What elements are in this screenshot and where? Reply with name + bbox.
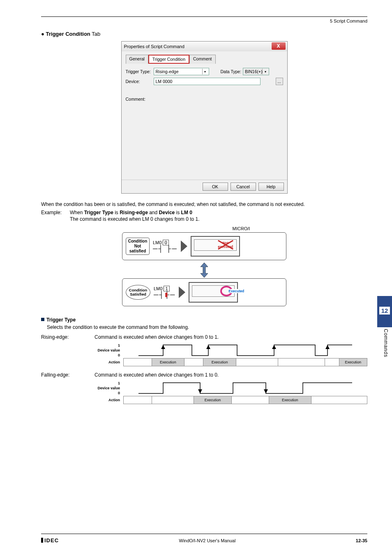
- svg-marker-4: [325, 345, 330, 349]
- state-diagram: MICRO/I Condition Not satisfied LM0:0 ─┤…: [122, 226, 286, 309]
- footer-page: 12-35: [356, 538, 367, 543]
- arrow-right-icon: [179, 287, 185, 298]
- screen-executed: Executed: [189, 282, 238, 303]
- chapter-number: 12: [379, 306, 391, 315]
- label-comment: Comment:: [126, 97, 283, 102]
- header-section: 5 Script Command: [41, 18, 367, 23]
- close-button[interactable]: X: [272, 42, 286, 50]
- ok-button[interactable]: OK: [203, 183, 228, 191]
- chapter-tab: 12: [377, 296, 392, 327]
- svg-marker-5: [198, 389, 202, 393]
- footer-brand: IDEC: [41, 537, 59, 543]
- condition-not-satisfied-box: Condition Not satisfied: [126, 238, 150, 255]
- svg-marker-6: [264, 389, 268, 393]
- tab-comment[interactable]: Comment: [189, 55, 216, 64]
- example-line2: The command is executed when LM 0 change…: [70, 216, 200, 222]
- updown-arrow-icon: [122, 263, 286, 278]
- svg-marker-2: [206, 345, 210, 349]
- falling-edge-diagram: 1 Device value 0 Action Execution Execut…: [95, 381, 367, 404]
- heading-suffix: Tab: [90, 31, 100, 37]
- svg-marker-1: [161, 345, 165, 349]
- label-device: Device:: [126, 79, 154, 84]
- condition-satisfied-circle: Condition Satisfied: [126, 285, 150, 300]
- heading-trigger-condition-tab: ● Trigger Condition Tab: [41, 31, 367, 37]
- state-not-satisfied: Condition Not satisfied LM0:0 ─┤ ├─ Not …: [122, 232, 286, 260]
- rising-edge-desc: Command is executed when device changes …: [95, 334, 219, 340]
- rising-edge-label: Rising-edge:: [41, 334, 95, 340]
- dialog-title: Properties of Script Command: [124, 44, 184, 49]
- dialog-titlebar[interactable]: Properties of Script Command X: [122, 42, 287, 51]
- svg-marker-3: [272, 345, 276, 349]
- label-trigger-type: Trigger Type:: [126, 69, 154, 74]
- heading-bullet: ●: [41, 31, 44, 37]
- explanation-p1: When the condition has been or is satisf…: [41, 201, 367, 208]
- rising-edge-diagram: 1 Device value 0 Action Execution Execut…: [95, 343, 367, 366]
- executed-badge: Executed: [220, 286, 233, 296]
- example-line1: When Trigger Type is Rising-edge and Dev…: [70, 210, 192, 215]
- heading-bold: Trigger Condition: [46, 31, 90, 37]
- help-button[interactable]: Help: [258, 183, 284, 191]
- tab-general[interactable]: General: [126, 55, 148, 64]
- trigger-type-desc: Selects the condition to execute the com…: [47, 324, 367, 330]
- chapter-text: Commands: [383, 329, 389, 357]
- trigger-type-dropdown[interactable]: Rising-edge ▾: [154, 68, 209, 75]
- data-type-dropdown[interactable]: BIN16(+) ▾: [243, 68, 269, 75]
- micro-label: MICRO/I: [196, 226, 286, 231]
- heading-trigger-type: Trigger Type: [41, 317, 367, 323]
- state-satisfied: Condition Satisfied LM0:1 ─┤▮├─ Executed: [122, 278, 286, 306]
- svg-marker-0: [201, 263, 208, 278]
- dialog-properties: Properties of Script Command X General T…: [121, 41, 288, 194]
- footer-title: WindO/I-NV2 User's Manual: [179, 538, 236, 543]
- screen-not-executed: Not executed: [191, 236, 240, 257]
- not-executed-badge: Not executed: [217, 239, 235, 251]
- falling-edge-desc: Command is executed when device changes …: [95, 372, 219, 378]
- chevron-down-icon: ▾: [202, 69, 208, 74]
- trigger-type-value: Rising-edge: [156, 69, 179, 74]
- device-input[interactable]: LM 0000: [154, 78, 261, 85]
- cancel-button[interactable]: Cancel: [231, 183, 256, 191]
- falling-edge-label: Falling-edge:: [41, 372, 95, 378]
- example-label: Example:: [41, 210, 70, 215]
- tab-trigger-condition[interactable]: Trigger Condition: [148, 55, 189, 64]
- label-data-type: Data Type:: [221, 69, 242, 74]
- device-browse-button[interactable]: ...: [276, 78, 283, 85]
- chevron-down-icon: ▾: [262, 69, 268, 74]
- data-type-value: BIN16(+): [245, 69, 262, 74]
- arrow-right-icon: [181, 240, 187, 252]
